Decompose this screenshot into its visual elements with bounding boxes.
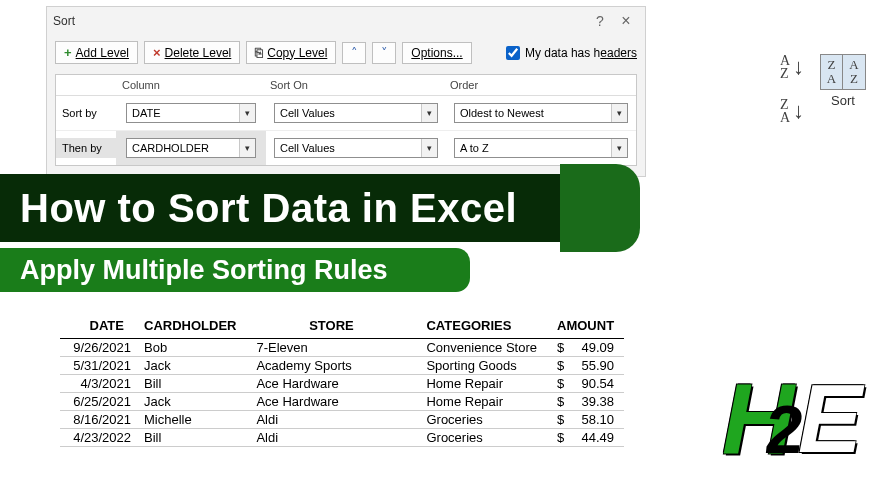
col-order: Order	[446, 75, 636, 95]
cell-cardholder: Bill	[134, 375, 246, 393]
table-header-row: DATE CARDHOLDER STORE CATEGORIES AMOUNT	[60, 315, 624, 339]
title-text: How to Sort Data in Excel	[0, 186, 517, 231]
cell-cardholder: Michelle	[134, 411, 246, 429]
level-label: Then by	[56, 138, 116, 158]
cell-amount: $39.38	[547, 393, 624, 411]
copy-icon: ⎘	[255, 45, 263, 60]
subtitle-text: Apply Multiple Sorting Rules	[0, 255, 388, 286]
column-select[interactable]: CARDHOLDER ▾	[126, 138, 256, 158]
table-row: 4/23/2022BillAldiGroceries$44.49	[60, 429, 624, 447]
col-amount: AMOUNT	[547, 315, 624, 339]
copy-level-label: Copy Level	[267, 46, 327, 60]
cell-date: 5/31/2021	[60, 357, 134, 375]
cell-store: Academy Sports	[246, 357, 416, 375]
x-icon: ×	[153, 45, 161, 60]
ribbon-sort-group: AZ ↓ ZA ↓ ZA AZ Sort	[780, 54, 866, 124]
cell-date: 8/16/2021	[60, 411, 134, 429]
combo-value: CARDHOLDER	[127, 142, 239, 154]
level-row: Sort by DATE ▾ Cell Values ▾ Oldest to N…	[56, 96, 636, 131]
chevron-down-icon: ˅	[381, 45, 388, 60]
sort-label: Sort	[831, 93, 855, 108]
chevron-down-icon: ▾	[239, 104, 255, 122]
chevron-down-icon: ▾	[421, 139, 437, 157]
delete-level-button[interactable]: × Delete Level	[144, 41, 240, 64]
sort-icon: ZA AZ	[820, 54, 866, 90]
col-date: DATE	[60, 315, 134, 339]
headers-checkbox-input[interactable]	[506, 46, 520, 60]
cell-store: Ace Hardware	[246, 375, 416, 393]
sort-dialog: Sort ? × + Add Level × Delete Level ⎘ Co…	[46, 6, 646, 177]
cell-amount: $49.09	[547, 339, 624, 357]
cell-date: 4/3/2021	[60, 375, 134, 393]
add-level-button[interactable]: + Add Level	[55, 41, 138, 64]
cell-amount: $58.10	[547, 411, 624, 429]
chevron-up-icon: ˄	[351, 45, 358, 60]
col-column: Column	[116, 75, 266, 95]
dialog-toolbar: + Add Level × Delete Level ⎘ Copy Level …	[47, 35, 645, 70]
sorton-select[interactable]: Cell Values ▾	[274, 103, 438, 123]
order-select[interactable]: A to Z ▾	[454, 138, 628, 158]
table-row: 5/31/2021JackAcademy SportsSporting Good…	[60, 357, 624, 375]
cell-store: 7-Eleven	[246, 339, 416, 357]
combo-value: Cell Values	[275, 142, 421, 154]
arrow-down-icon: ↓	[793, 54, 804, 80]
data-table: DATE CARDHOLDER STORE CATEGORIES AMOUNT …	[60, 315, 624, 447]
col-cardholder: CARDHOLDER	[134, 315, 246, 339]
cell-category: Home Repair	[416, 393, 547, 411]
table-row: 9/26/2021Bob7-ElevenConvenience Store$49…	[60, 339, 624, 357]
sorton-select[interactable]: Cell Values ▾	[274, 138, 438, 158]
plus-icon: +	[64, 45, 72, 60]
cell-date: 9/26/2021	[60, 339, 134, 357]
title-banner: How to Sort Data in Excel	[0, 174, 517, 242]
cell-store: Aldi	[246, 429, 416, 447]
cell-category: Convenience Store	[416, 339, 547, 357]
sort-asc-button[interactable]: AZ ↓	[780, 54, 804, 80]
delete-level-label: Delete Level	[165, 46, 232, 60]
chevron-down-icon: ▾	[239, 139, 255, 157]
table-row: 8/16/2021MichelleAldiGroceries$58.10	[60, 411, 624, 429]
level-label: Sort by	[56, 103, 116, 123]
sort-levels-grid: Column Sort On Order Sort by DATE ▾ Cell…	[55, 74, 637, 166]
combo-value: Cell Values	[275, 107, 421, 119]
col-categories: CATEGORIES	[416, 315, 547, 339]
dialog-titlebar: Sort ? ×	[47, 7, 645, 35]
dialog-title: Sort	[53, 14, 75, 28]
order-select[interactable]: Oldest to Newest ▾	[454, 103, 628, 123]
cell-store: Ace Hardware	[246, 393, 416, 411]
move-down-button[interactable]: ˅	[372, 42, 396, 64]
options-label: Options...	[411, 46, 462, 60]
headers-checkbox[interactable]: My data has headers	[506, 46, 637, 60]
sort-desc-button[interactable]: ZA ↓	[780, 98, 804, 124]
chevron-down-icon: ▾	[611, 104, 627, 122]
headers-checkbox-label: My data has headers	[525, 46, 637, 60]
arrow-down-icon: ↓	[793, 98, 804, 124]
cell-category: Groceries	[416, 411, 547, 429]
cell-date: 6/25/2021	[60, 393, 134, 411]
table-row: 6/25/2021JackAce HardwareHome Repair$39.…	[60, 393, 624, 411]
help-icon[interactable]: ?	[587, 8, 613, 34]
close-icon[interactable]: ×	[613, 8, 639, 34]
cell-amount: $55.90	[547, 357, 624, 375]
table-row: 4/3/2021BillAce HardwareHome Repair$90.5…	[60, 375, 624, 393]
move-up-button[interactable]: ˄	[342, 42, 366, 64]
level-row: Then by CARDHOLDER ▾ Cell Values ▾ A to …	[56, 131, 636, 165]
copy-level-button[interactable]: ⎘ Copy Level	[246, 41, 336, 64]
cell-cardholder: Jack	[134, 357, 246, 375]
subtitle-banner: Apply Multiple Sorting Rules	[0, 248, 388, 292]
cell-cardholder: Bill	[134, 429, 246, 447]
cell-category: Sporting Goods	[416, 357, 547, 375]
cell-amount: $44.49	[547, 429, 624, 447]
chevron-down-icon: ▾	[611, 139, 627, 157]
cell-cardholder: Jack	[134, 393, 246, 411]
h2e-logo: H E 2	[722, 362, 862, 482]
custom-sort-button[interactable]: ZA AZ Sort	[820, 54, 866, 108]
levels-header-row: Column Sort On Order	[56, 75, 636, 96]
col-sorton: Sort On	[266, 75, 446, 95]
combo-value: Oldest to Newest	[455, 107, 611, 119]
col-store: STORE	[246, 315, 416, 339]
combo-value: A to Z	[455, 142, 611, 154]
combo-value: DATE	[127, 107, 239, 119]
cell-store: Aldi	[246, 411, 416, 429]
options-button[interactable]: Options...	[402, 42, 471, 64]
column-select[interactable]: DATE ▾	[126, 103, 256, 123]
